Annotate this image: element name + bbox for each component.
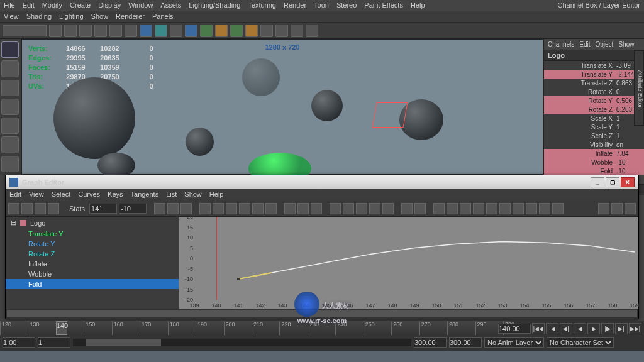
ge-tool-icon[interactable] [8, 203, 19, 214]
ge-tool-icon[interactable] [552, 203, 564, 214]
ge-tool-icon[interactable] [21, 203, 33, 214]
shelf-icon[interactable] [170, 25, 182, 37]
shelf-icon[interactable] [140, 25, 152, 37]
channel-row[interactable]: Rotate X0 [544, 87, 644, 96]
shelf-icon[interactable] [79, 25, 92, 37]
panel-menu-renderer[interactable]: Renderer [116, 13, 145, 21]
prev-key-button[interactable]: ◀| [560, 323, 572, 334]
ge-tool-icon[interactable] [252, 203, 264, 214]
ge-menu-help[interactable]: Help [209, 190, 224, 199]
channel-tab[interactable]: Show [618, 41, 634, 48]
ge-tool-icon[interactable] [473, 203, 484, 214]
ge-tool-icon[interactable] [539, 203, 550, 214]
shelf-icon[interactable] [49, 25, 62, 37]
menu-stereo[interactable]: Stereo [336, 1, 357, 9]
menu-assets[interactable]: Assets [160, 1, 181, 9]
channel-row[interactable]: Visibilityon [544, 140, 644, 149]
menu-create[interactable]: Create [70, 1, 91, 9]
anim-layer-dropdown[interactable]: No Anim Layer [484, 337, 544, 348]
channel-item[interactable]: Wobble [6, 269, 179, 279]
rotate-tool-icon[interactable] [1, 118, 19, 134]
ge-tool-icon[interactable] [226, 203, 237, 214]
shelf-icon[interactable] [64, 25, 77, 37]
channel-row[interactable]: Wobble-10 [544, 158, 644, 167]
select-tool-icon[interactable] [1, 41, 19, 58]
ge-tool-icon[interactable] [35, 203, 46, 214]
autokey-button[interactable] [616, 337, 628, 348]
manip-tool-icon[interactable] [1, 156, 19, 172]
maximize-button[interactable]: ▢ [606, 177, 619, 187]
range-start-field[interactable] [38, 337, 70, 348]
shelf-icon[interactable] [245, 25, 258, 37]
ge-tool-icon[interactable] [401, 203, 413, 214]
ge-tool-icon[interactable] [611, 203, 623, 214]
shelf-icon[interactable] [155, 25, 167, 37]
ge-menu-edit[interactable]: Edit [9, 190, 21, 199]
ge-tool-icon[interactable] [154, 203, 165, 214]
panel-menu-view[interactable]: View [4, 13, 19, 21]
ge-tool-icon[interactable] [167, 203, 179, 214]
go-end-button[interactable]: ▶▶| [629, 323, 641, 334]
expand-icon[interactable]: ⊟ [11, 219, 16, 227]
channel-tab[interactable]: Edit [579, 41, 590, 48]
channel-row[interactable]: Scale X1 [544, 114, 644, 123]
play-back-button[interactable]: ◀ [574, 323, 586, 334]
channel-tab[interactable]: Object [596, 41, 614, 48]
ge-tool-icon[interactable] [343, 203, 354, 214]
ge-menu-curves[interactable]: Curves [78, 190, 100, 199]
ge-tool-icon[interactable] [311, 203, 322, 214]
panel-menu-panels[interactable]: Panels [152, 13, 174, 21]
ge-tool-icon[interactable] [433, 203, 445, 214]
ge-tool-icon[interactable] [48, 203, 59, 214]
range-end-field[interactable] [414, 337, 447, 348]
current-time-marker[interactable]: 140 [56, 321, 67, 335]
channel-row[interactable]: Translate Z0.863 [544, 79, 644, 87]
channel-row[interactable]: Fold-10 [544, 167, 644, 175]
channel-row[interactable]: Scale Y1 [544, 123, 644, 131]
anim-start-field[interactable] [3, 337, 35, 348]
menu-help[interactable]: Help [411, 1, 425, 9]
ge-menu-list[interactable]: List [166, 190, 177, 199]
channel-row[interactable]: Scale Z1 [544, 131, 644, 140]
panel-menu-show[interactable]: Show [91, 13, 109, 21]
menu-edit[interactable]: Edit [23, 1, 35, 9]
channel-row[interactable]: Inflate7.84 [544, 149, 644, 158]
close-button[interactable]: ✕ [621, 177, 635, 187]
menu-paint-effects[interactable]: Paint Effects [364, 1, 403, 9]
channel-row[interactable]: Rotate Y0.506 [544, 96, 644, 105]
lasso-tool-icon[interactable] [1, 60, 19, 77]
shelf-icon[interactable] [291, 25, 303, 37]
move-tool-icon[interactable] [1, 99, 19, 115]
shelf-icon[interactable] [275, 25, 288, 37]
ge-tool-icon[interactable] [414, 203, 426, 214]
ge-menu-select[interactable]: Select [52, 190, 71, 199]
ge-tool-icon[interactable] [199, 203, 211, 214]
range-slider[interactable] [73, 339, 411, 346]
channel-row[interactable]: Translate X-3.09 [544, 61, 644, 70]
ge-tool-icon[interactable] [447, 203, 458, 214]
menu-modify[interactable]: Modify [42, 1, 62, 9]
ge-tool-icon[interactable] [180, 203, 192, 214]
panel-menu-shading[interactable]: Shading [26, 13, 52, 21]
window-titlebar[interactable]: Graph Editor _ ▢ ✕ [6, 175, 638, 189]
anim-end-field[interactable] [449, 337, 482, 348]
menu-file[interactable]: File [4, 1, 15, 9]
ge-tool-icon[interactable] [356, 203, 367, 214]
outliner-node[interactable]: ⊟ Logo [6, 217, 179, 229]
menu-display[interactable]: Display [98, 1, 121, 9]
minimize-button[interactable]: _ [591, 177, 604, 187]
shelf-icon[interactable] [200, 25, 213, 37]
go-start-button[interactable]: |◀◀ [532, 323, 545, 334]
shelf-icon[interactable] [109, 25, 122, 37]
ge-menu-view[interactable]: View [29, 190, 44, 199]
ge-menu-keys[interactable]: Keys [108, 190, 123, 199]
shelf-icon[interactable] [185, 25, 197, 37]
menu-lighting-shading[interactable]: Lighting/Shading [189, 1, 240, 9]
scale-tool-icon[interactable] [1, 136, 19, 153]
ge-tool-icon[interactable] [499, 203, 511, 214]
channel-item[interactable]: Fold [6, 279, 179, 289]
timeline-ruler[interactable]: 1201301401501601701801902002102202302402… [0, 321, 511, 335]
ge-tool-icon[interactable] [213, 203, 224, 214]
ge-tool-icon[interactable] [330, 203, 341, 214]
scrollbar[interactable] [6, 309, 638, 319]
